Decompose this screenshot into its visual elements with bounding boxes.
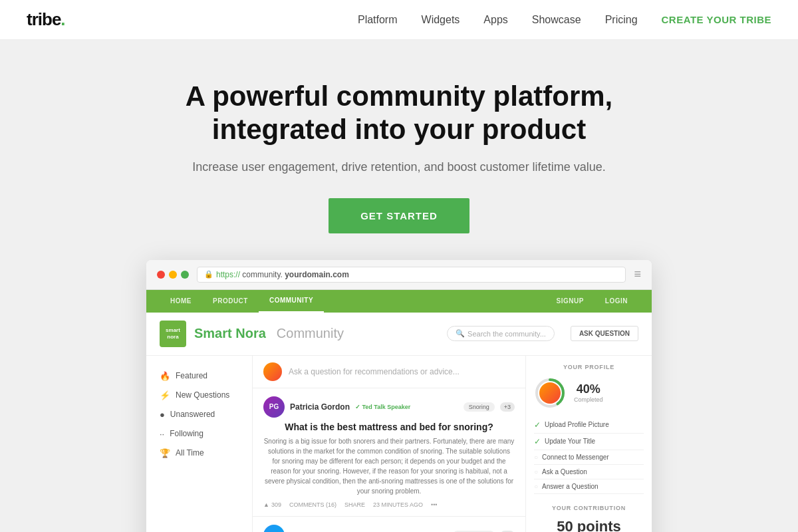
community-nav-right: SIGNUP LOGIN	[545, 290, 638, 313]
browser-url-bar: 🔒 https:// community. yourdomain.com	[197, 267, 626, 283]
post-title-1[interactable]: What is the best mattress and bed for sn…	[263, 422, 515, 432]
post-item-2: JP John Phillips Sleep Research Scientis…	[253, 517, 525, 532]
profile-item-answer[interactable]: ○ Answer a Question	[534, 479, 644, 494]
check-empty-1: ○	[534, 454, 538, 461]
profile-item-title: ✓ Update Your Title	[534, 434, 644, 450]
hero-section: A powerful community platform, integrate…	[0, 40, 798, 532]
post-body-1: Snoring is a big issue for both snorers …	[263, 436, 515, 496]
post-comments[interactable]: COMMENTS (16)	[289, 501, 336, 508]
dot-red	[157, 271, 165, 279]
profile-completion: 40% Completed	[534, 377, 644, 409]
post-meta-2: JP John Phillips Sleep Research Scientis…	[263, 525, 515, 532]
profile-item-label-2: Update Your Title	[545, 438, 595, 445]
community-nav-community[interactable]: COMMUNITY	[259, 290, 324, 313]
hero-headline: A powerful community platform, integrate…	[166, 80, 632, 147]
sidebar-item-new-questions[interactable]: ⚡ New Questions	[146, 386, 252, 405]
ask-bar: Ask a question for recommendations or ad…	[253, 356, 525, 388]
post-tag-num: +3	[500, 402, 515, 412]
post-meta: PG Patricia Gordon ✓ Ted Talk Speaker Sn…	[263, 396, 515, 418]
new-questions-icon: ⚡	[160, 390, 170, 400]
brand-name: Smart Nora	[194, 326, 266, 341]
nav-item-pricing[interactable]: Pricing	[605, 14, 638, 25]
right-panel: YOUR PROFILE 40% Comp	[525, 356, 652, 532]
check-icon-1: ✓	[534, 420, 541, 430]
nav-item-widgets[interactable]: Widgets	[422, 14, 460, 25]
profile-item-messenger[interactable]: ○ Connect to Messenger	[534, 450, 644, 465]
browser-dots	[157, 271, 189, 279]
ask-bar-placeholder: Ask a question for recommendations or ad…	[289, 367, 460, 376]
following-icon: ··	[160, 429, 164, 439]
completion-text: 40% Completed	[574, 382, 603, 403]
progress-ring	[534, 377, 566, 409]
contribution-title: YOUR CONTRIBUTION	[534, 505, 644, 511]
community-nav: HOME PRODUCT COMMUNITY SIGNUP LOGIN	[146, 290, 652, 313]
logo[interactable]: tribe.	[27, 9, 65, 30]
community-nav-home[interactable]: HOME	[160, 290, 202, 313]
ask-avatar	[263, 362, 282, 381]
navbar: tribe. Platform Widgets Apps Showcase Pr…	[0, 0, 798, 40]
community-nav-product[interactable]: PRODUCT	[202, 290, 259, 313]
community-search[interactable]: 🔍 Search the community...	[447, 326, 555, 341]
profile-item-ask[interactable]: ○ Ask a Question	[534, 465, 644, 479]
post-avatar-2: JP	[263, 525, 285, 532]
check-empty-3: ○	[534, 483, 538, 490]
url-lock-icon: 🔒	[204, 270, 213, 279]
profile-avatar-ring	[539, 382, 561, 404]
all-time-icon: 🏆	[160, 448, 170, 458]
post-share[interactable]: SHARE	[344, 501, 365, 508]
sidebar-following-label: Following	[170, 429, 203, 438]
completion-pct: 40%	[574, 382, 603, 396]
post-avatar-1: PG	[263, 396, 285, 418]
sidebar-featured-label: Featured	[176, 371, 207, 380]
post-time: 23 MINUTES AGO	[373, 501, 423, 508]
dot-yellow	[169, 271, 177, 279]
browser-menu-icon: ≡	[634, 267, 641, 281]
unanswered-icon: ●	[160, 410, 165, 420]
dot-green	[181, 271, 189, 279]
post-tag-snoring: Snoring	[464, 402, 495, 412]
community-body: 🔥 Featured ⚡ New Questions ● Unanswered …	[146, 356, 652, 532]
community-nav-signup[interactable]: SIGNUP	[545, 290, 594, 313]
contribution-section: YOUR CONTRIBUTION 50 points MOST HELPFUL…	[534, 505, 644, 532]
profile-section: YOUR PROFILE 40% Comp	[534, 364, 644, 494]
post-footer-1: ▲ 309 COMMENTS (16) SHARE 23 MINUTES AGO…	[263, 501, 515, 508]
profile-item-label-1: Upload Profile Picture	[545, 421, 609, 428]
get-started-button[interactable]: GET STARTED	[329, 198, 469, 233]
browser-mockup: 🔒 https:// community. yourdomain.com ≡ H…	[146, 260, 652, 532]
community-header: smartnora Smart Nora Community 🔍 Search …	[146, 313, 652, 356]
featured-icon: 🔥	[160, 371, 170, 381]
profile-item-picture: ✓ Upload Profile Picture	[534, 417, 644, 434]
nav-cta-button[interactable]: CREATE YOUR TRIBE	[662, 14, 771, 25]
post-author-1: Patricia Gordon	[290, 402, 350, 412]
url-text: https:// community. yourdomain.com	[216, 270, 349, 279]
post-tags: Snoring +3	[464, 402, 515, 412]
sidebar-item-unanswered[interactable]: ● Unanswered	[146, 405, 252, 424]
profile-item-label-3: Connect to Messenger	[542, 454, 609, 461]
nav-item-showcase[interactable]: Showcase	[532, 14, 581, 25]
sidebar-item-following[interactable]: ·· Following	[146, 424, 252, 444]
search-icon: 🔍	[456, 329, 465, 338]
brand-logo: smartnora	[160, 321, 186, 347]
post-votes: ▲ 309	[263, 501, 281, 508]
nav-links: Platform Widgets Apps Showcase Pricing C…	[358, 14, 771, 26]
post-item: PG Patricia Gordon ✓ Ted Talk Speaker Sn…	[253, 388, 525, 517]
post-badge-1: ✓ Ted Talk Speaker	[355, 404, 410, 410]
logo-dot: .	[61, 9, 65, 29]
sidebar-item-all-time[interactable]: 🏆 All Time	[146, 444, 252, 463]
check-empty-2: ○	[534, 468, 538, 475]
post-more-icon[interactable]: •••	[431, 501, 437, 508]
contribution-points: 50 points	[534, 518, 644, 532]
completion-label: Completed	[574, 396, 603, 403]
profile-item-label-4: Ask a Question	[542, 468, 587, 475]
profile-section-title: YOUR PROFILE	[534, 364, 644, 370]
browser-chrome: 🔒 https:// community. yourdomain.com ≡	[146, 260, 652, 290]
sidebar-item-featured[interactable]: 🔥 Featured	[146, 366, 252, 386]
sidebar-all-time-label: All Time	[176, 448, 204, 458]
search-placeholder-text: Search the community...	[467, 330, 546, 338]
hero-subtext: Increase user engagement, drive retentio…	[27, 160, 771, 174]
nav-item-apps[interactable]: Apps	[483, 14, 507, 25]
nav-item-platform[interactable]: Platform	[358, 14, 398, 25]
ask-question-button[interactable]: ASK QUESTION	[571, 326, 638, 341]
community-nav-login[interactable]: LOGIN	[595, 290, 638, 313]
community-sidebar: 🔥 Featured ⚡ New Questions ● Unanswered …	[146, 356, 253, 532]
